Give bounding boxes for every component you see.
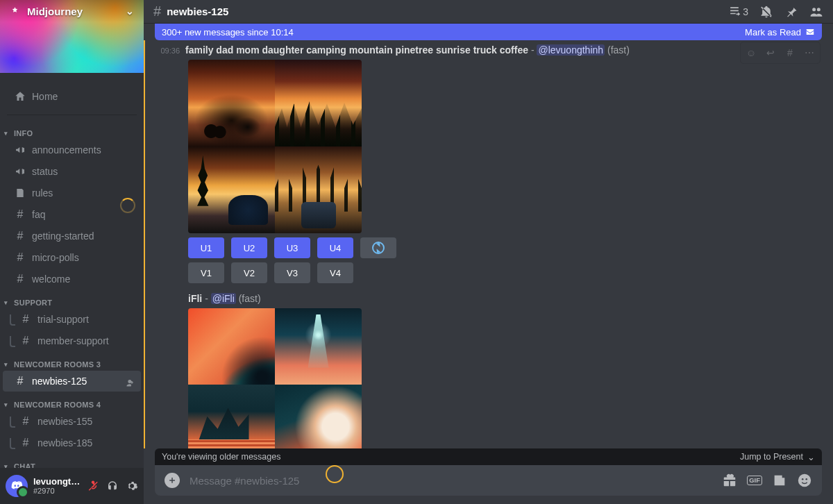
channel-list: Home ▾ INFO announcements status rules xyxy=(0,73,144,468)
upscale-u1-button[interactable]: U1 xyxy=(188,237,224,258)
image-tile-1[interactable] xyxy=(188,60,275,146)
message-mode: (fast) xyxy=(607,44,630,56)
message-list: 09:36 family dad mom daughter camping mo… xyxy=(144,40,833,448)
add-reaction-icon[interactable]: ☺ xyxy=(743,44,759,61)
chevron-down-icon: ▾ xyxy=(4,401,11,408)
message-hover-actions: ☺ ↩ # ⋯ xyxy=(740,42,821,64)
channel-member-support[interactable]: # member-support xyxy=(3,330,141,351)
user-panel: levuongthi... #2970 xyxy=(0,468,144,504)
server-banner[interactable]: Midjourney ⌄ xyxy=(0,0,144,73)
older-messages-text: You're viewing older messages xyxy=(162,452,280,462)
message: iFli - @iFli (fast) xyxy=(156,293,822,448)
channel-micro-polls[interactable]: # micro-polls xyxy=(3,247,141,268)
image-tile-3[interactable] xyxy=(188,146,275,233)
image-tile-2[interactable] xyxy=(275,308,362,385)
chevron-down-icon: ⌄ xyxy=(807,452,815,462)
members-icon[interactable] xyxy=(809,5,823,19)
mark-as-read-button[interactable]: Mark as Read xyxy=(745,27,815,37)
hash-icon: # xyxy=(19,335,32,347)
channel-status[interactable]: status xyxy=(3,161,141,182)
hash-icon: # xyxy=(14,208,26,221)
threads-button[interactable]: 3 xyxy=(727,5,748,19)
emoji-icon[interactable] xyxy=(797,473,812,488)
variation-v1-button[interactable]: V1 xyxy=(188,262,224,283)
channel-sidebar: Midjourney ⌄ Home ▾ INFO announcement xyxy=(0,0,144,504)
attach-button[interactable]: ＋ xyxy=(165,473,180,488)
category-info[interactable]: ▾ INFO xyxy=(0,121,144,139)
upscale-u3-button[interactable]: U3 xyxy=(274,237,310,258)
thread-arrow-icon xyxy=(8,417,15,426)
image-tile-4[interactable] xyxy=(275,146,362,233)
hash-icon: # xyxy=(19,415,32,428)
home-button[interactable]: Home xyxy=(3,84,141,109)
category-newcomer-4[interactable]: ▾ NEWCOMER ROOMS 4 xyxy=(0,392,144,410)
channel-getting-started[interactable]: # getting-started xyxy=(3,226,141,246)
reroll-button[interactable] xyxy=(360,237,396,258)
jump-to-present-button[interactable]: Jump to Present ⌄ xyxy=(740,452,815,462)
notification-mute-icon[interactable] xyxy=(759,5,773,19)
more-icon[interactable]: ⋯ xyxy=(801,44,818,61)
chevron-down-icon: ▾ xyxy=(4,463,11,468)
channel-newbies-125[interactable]: # newbies-125 xyxy=(3,371,141,392)
server-dropdown-icon[interactable]: ⌄ xyxy=(126,6,134,17)
channel-titlebar: # newbies-125 3 xyxy=(144,0,833,24)
image-tile-2[interactable] xyxy=(275,60,362,146)
channel-trial-support[interactable]: # trial-support xyxy=(3,309,141,330)
message-mode: (fast) xyxy=(239,293,261,304)
message-input[interactable] xyxy=(190,475,712,487)
channel-title: newbies-125 xyxy=(167,6,722,17)
hash-icon: # xyxy=(14,375,26,387)
channel-welcome[interactable]: # welcome xyxy=(3,269,141,289)
message-prompt: family dad mom daughter camping mountain… xyxy=(185,44,528,56)
loading-indicator-icon xyxy=(120,198,135,213)
image-tile-1[interactable] xyxy=(188,308,275,385)
thread-icon[interactable]: # xyxy=(782,44,798,61)
older-messages-bar: You're viewing older messages Jump to Pr… xyxy=(155,448,822,465)
image-grid[interactable] xyxy=(188,60,362,233)
user-name: levuongthi... xyxy=(33,477,81,487)
message: 09:36 family dad mom daughter camping mo… xyxy=(156,44,822,283)
category-chat[interactable]: ▾ CHAT xyxy=(0,454,144,468)
channel-newbies-155[interactable]: # newbies-155 xyxy=(3,411,141,432)
settings-icon[interactable] xyxy=(126,480,138,492)
reply-icon[interactable]: ↩ xyxy=(762,44,779,61)
hash-icon: # xyxy=(19,313,32,326)
category-newcomer-3[interactable]: ▾ NEWCOMER ROOMS 3 xyxy=(0,352,144,370)
create-invite-icon[interactable] xyxy=(125,376,135,387)
variation-v2-button[interactable]: V2 xyxy=(231,262,267,283)
chevron-down-icon: ▾ xyxy=(4,361,11,368)
chevron-down-icon: ▾ xyxy=(4,299,11,306)
pinned-icon[interactable] xyxy=(784,5,798,19)
home-icon xyxy=(14,90,26,103)
message-mention[interactable]: @levuongthinh xyxy=(537,44,605,56)
image-tile-3[interactable] xyxy=(188,385,275,448)
mark-read-icon xyxy=(805,27,815,37)
channel-announcements[interactable]: announcements xyxy=(3,140,141,160)
gif-icon[interactable]: GIF xyxy=(747,473,762,488)
megaphone-icon xyxy=(14,144,26,156)
deafen-icon[interactable] xyxy=(106,480,119,492)
upscale-u2-button[interactable]: U2 xyxy=(231,237,267,258)
new-messages-text: 300+ new messages since 10:14 xyxy=(162,27,294,37)
message-mention[interactable]: @iFli xyxy=(211,293,236,304)
gift-icon[interactable] xyxy=(722,473,737,488)
variation-v4-button[interactable]: V4 xyxy=(317,262,353,283)
image-tile-4[interactable] xyxy=(275,385,362,448)
channel-rules[interactable]: rules xyxy=(3,183,141,203)
channel-newbies-185[interactable]: # newbies-185 xyxy=(3,432,141,453)
thread-arrow-icon xyxy=(8,336,15,346)
user-tag: #2970 xyxy=(33,487,81,495)
new-messages-bar[interactable]: 300+ new messages since 10:14 Mark as Re… xyxy=(155,24,822,40)
megaphone-icon xyxy=(14,166,26,177)
upscale-u4-button[interactable]: U4 xyxy=(317,237,353,258)
category-support[interactable]: ▾ SUPPORT xyxy=(0,290,144,308)
image-grid[interactable] xyxy=(188,308,362,448)
svg-point-2 xyxy=(805,478,807,480)
sticker-icon[interactable] xyxy=(772,473,787,488)
svg-point-1 xyxy=(802,478,804,480)
mute-mic-icon[interactable] xyxy=(87,480,99,492)
variation-v3-button[interactable]: V3 xyxy=(274,262,310,283)
hash-icon: # xyxy=(153,3,161,19)
message-composer: ＋ GIF xyxy=(155,465,822,496)
user-avatar[interactable] xyxy=(6,475,28,497)
